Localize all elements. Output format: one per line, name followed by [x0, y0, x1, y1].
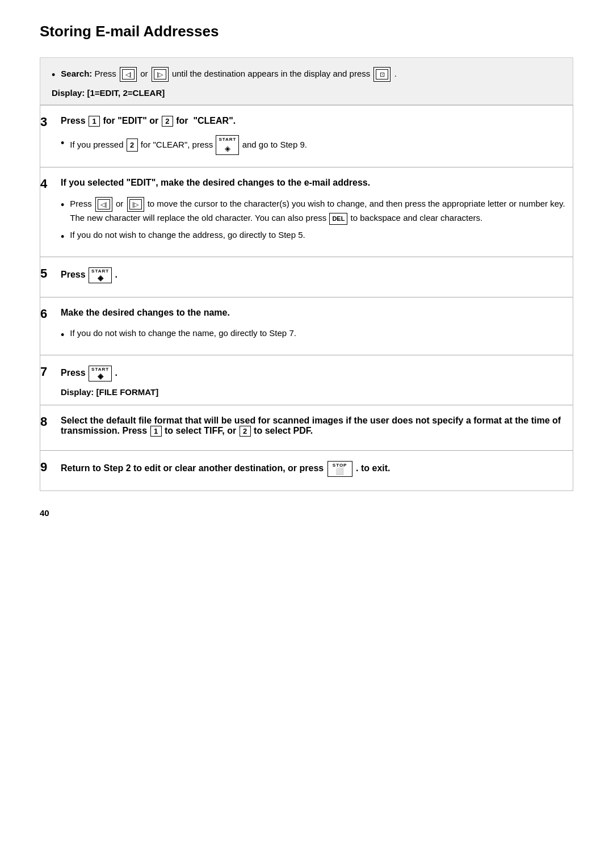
step-3-body: • If you pressed 2 for "CLEAR", press ST… [40, 135, 573, 156]
step-9-title: Return to Step 2 to edit or clear anothe… [61, 461, 573, 477]
nav-right-key-4b: |▷ [127, 197, 144, 212]
step-9-section: 9 Return to Step 2 to edit or clear anot… [40, 450, 573, 490]
step-5-number: 5 [40, 266, 61, 281]
step-5-section: 5 Press START ◈ . [40, 257, 573, 297]
step-7-section: 7 Press START ◈ . Display: [FILE FORMAT] [40, 355, 573, 405]
step-8-section: 8 Select the default file format that wi… [40, 405, 573, 450]
step-4-section: 4 If you selected "EDIT", make the desir… [40, 167, 573, 257]
key-2b: 2 [127, 139, 138, 152]
step-4-bullet-1: • Press ◁| or |▷ to move the cursor to t… [61, 197, 573, 225]
step-8-number: 8 [40, 414, 61, 429]
stop-key: STOP ⬜ [328, 461, 352, 477]
search-bullet: • Search: Press ◁| or |▷ until the desti… [52, 67, 561, 83]
step-4-bullets: • Press ◁| or |▷ to move the cursor to t… [61, 197, 573, 245]
step-3-number: 3 [40, 115, 61, 129]
start-key-7: START ◈ [89, 366, 112, 381]
step-6-title: Make the desired changes to the name. [61, 308, 573, 318]
step-7-body: Display: [FILE FORMAT] [40, 387, 573, 397]
page-title: Storing E-mail Addresses [40, 23, 573, 40]
step-7-header: 7 Press START ◈ . [40, 366, 573, 381]
step-8-title: Select the default file format that will… [61, 416, 573, 437]
step-4-title: If you selected "EDIT", make the desired… [61, 178, 573, 188]
step-7-title: Press START ◈ . [61, 366, 573, 381]
search-text: Search: Press ◁| or |▷ until the destina… [61, 67, 397, 82]
step-3-bullets: • If you pressed 2 for "CLEAR", press ST… [61, 135, 573, 156]
step-5-title: Press START ◈ . [61, 267, 573, 283]
step-6-number: 6 [40, 307, 61, 321]
step-9-header: 9 Return to Step 2 to edit or clear anot… [40, 461, 573, 477]
nav-left-key: ◁| [120, 67, 137, 82]
intro-display-label: Display: [1=EDIT, 2=CLEAR] [52, 88, 561, 98]
step-9-number: 9 [40, 460, 61, 475]
step-6-section: 6 Make the desired changes to the name. … [40, 297, 573, 355]
nav-right-key: |▷ [152, 67, 169, 82]
step-4-number: 4 [40, 177, 61, 191]
step-6-bullet-1: • If you do not wish to change the name,… [61, 327, 573, 343]
step-3-section: 3 Press 1 for "EDIT" or 2 for "CLEAR". •… [40, 106, 573, 167]
step-6-body: • If you do not wish to change the name,… [40, 327, 573, 343]
main-content: 3 Press 1 for "EDIT" or 2 for "CLEAR". •… [40, 105, 573, 491]
key-1-step8: 1 [150, 426, 162, 437]
step-4-bullet-2: • If you do not wish to change the addre… [61, 229, 573, 245]
step-4-body: • Press ◁| or |▷ to move the cursor to t… [40, 197, 573, 245]
step-6-bullets: • If you do not wish to change the name,… [61, 327, 573, 343]
step-5-header: 5 Press START ◈ . [40, 267, 573, 283]
page-number: 40 [40, 508, 573, 518]
step-7-number: 7 [40, 364, 61, 379]
key-2-step8: 2 [240, 426, 251, 437]
start-key-3: START ◈ [216, 135, 239, 156]
start-key-5: START ◈ [89, 267, 112, 283]
step-7-display-label: Display: [FILE FORMAT] [61, 387, 573, 397]
bullet-dot: • [52, 68, 55, 83]
nav-enter-key: ⊡ [373, 67, 391, 82]
step-8-header: 8 Select the default file format that wi… [40, 416, 573, 437]
step-3-header: 3 Press 1 for "EDIT" or 2 for "CLEAR". [40, 116, 573, 129]
step-6-header: 6 Make the desired changes to the name. [40, 308, 573, 321]
step-3-title: Press 1 for "EDIT" or 2 for "CLEAR". [61, 116, 573, 127]
nav-left-key-4a: ◁| [95, 197, 112, 212]
step-3-bullet-1: • If you pressed 2 for "CLEAR", press ST… [61, 135, 573, 156]
intro-section: • Search: Press ◁| or |▷ until the desti… [40, 57, 573, 105]
key-2: 2 [162, 116, 173, 127]
step-4-header: 4 If you selected "EDIT", make the desir… [40, 178, 573, 191]
del-key: DEL [329, 213, 347, 225]
key-1: 1 [89, 116, 100, 127]
